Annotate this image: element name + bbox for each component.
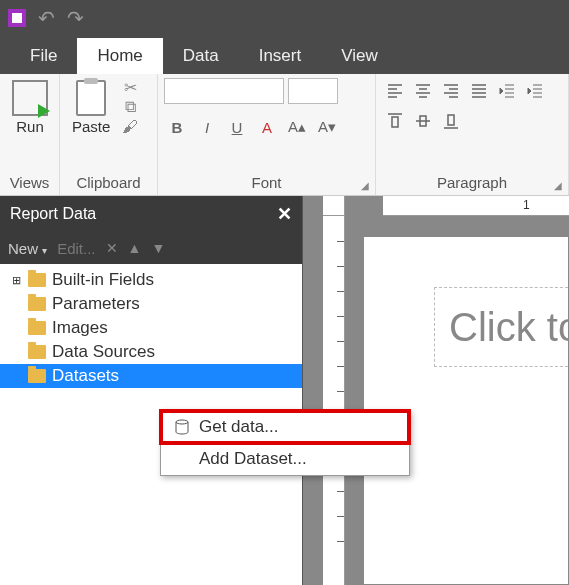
group-font-label: Font◢ <box>164 172 369 193</box>
tree-item-images[interactable]: Images <box>0 316 302 340</box>
run-label: Run <box>16 118 44 135</box>
copy-button[interactable]: ⧉ <box>120 98 140 116</box>
panel-toolbar: New ▾ Edit... ✕ ▲ ▼ <box>0 232 302 264</box>
group-views-label: Views <box>6 172 53 193</box>
group-paragraph: Paragraph◢ <box>376 74 569 195</box>
run-icon <box>12 80 48 116</box>
undo-button[interactable]: ↶ <box>38 6 55 30</box>
ribbon-tabs: File Home Data Insert View <box>0 36 569 74</box>
group-paragraph-label: Paragraph◢ <box>382 172 562 193</box>
decrease-indent-button[interactable] <box>494 78 520 104</box>
folder-icon <box>28 273 46 287</box>
group-clipboard-label: Clipboard <box>66 172 151 193</box>
tree-item-datasets[interactable]: Datasets <box>0 364 302 388</box>
font-dialog-launcher[interactable]: ◢ <box>361 180 369 191</box>
tree-item-data-sources[interactable]: Data Sources <box>0 340 302 364</box>
tree-label: Built-in Fields <box>52 270 154 290</box>
redo-button[interactable]: ↷ <box>67 6 84 30</box>
paste-label: Paste <box>72 118 110 135</box>
title-placeholder: Click to <box>449 305 569 350</box>
folder-icon <box>28 297 46 311</box>
svg-point-0 <box>176 420 188 424</box>
tree-label: Data Sources <box>52 342 155 362</box>
font-family-select[interactable] <box>164 78 284 104</box>
align-middle-button[interactable] <box>410 108 436 134</box>
expand-icon[interactable]: ⊞ <box>10 274 22 287</box>
grow-font-button[interactable]: A▴ <box>284 114 310 140</box>
folder-icon <box>28 369 46 383</box>
tab-home[interactable]: Home <box>77 38 162 74</box>
database-icon <box>173 418 191 436</box>
font-size-select[interactable] <box>288 78 338 104</box>
tree-item-parameters[interactable]: Parameters <box>0 292 302 316</box>
italic-button[interactable]: I <box>194 114 220 140</box>
cut-button[interactable]: ✂ <box>120 78 140 96</box>
quick-access-toolbar: ↶ ↷ <box>0 0 569 36</box>
align-right-button[interactable] <box>438 78 464 104</box>
underline-button[interactable]: U <box>224 114 250 140</box>
paragraph-dialog-launcher[interactable]: ◢ <box>554 180 562 191</box>
tree-label: Images <box>52 318 108 338</box>
blank-icon <box>173 450 191 468</box>
panel-close-button[interactable]: ✕ <box>277 203 292 225</box>
paste-button[interactable]: Paste <box>66 78 116 137</box>
ruler-corner <box>323 196 345 216</box>
panel-delete-button[interactable]: ✕ <box>106 240 118 256</box>
ruler-mark: 1 <box>523 198 530 212</box>
menu-label: Get data... <box>199 417 278 437</box>
main-workspace: Report Data ✕ New ▾ Edit... ✕ ▲ ▼ ⊞ Buil… <box>0 196 569 585</box>
group-views: Run Views <box>0 74 60 195</box>
bold-button[interactable]: B <box>164 114 190 140</box>
save-button[interactable] <box>8 9 26 27</box>
panel-moveup-button[interactable]: ▲ <box>128 240 142 256</box>
ruler-vertical <box>323 216 345 585</box>
tree-label: Datasets <box>52 366 119 386</box>
folder-icon <box>28 345 46 359</box>
context-menu: Get data... Add Dataset... <box>160 410 410 476</box>
group-font: B I U A A▴ A▾ Font◢ <box>158 74 376 195</box>
align-left-button[interactable] <box>382 78 408 104</box>
tab-file[interactable]: File <box>10 38 77 74</box>
folder-icon <box>28 321 46 335</box>
align-center-button[interactable] <box>410 78 436 104</box>
group-clipboard: Paste ✂ ⧉ 🖌 Clipboard <box>60 74 158 195</box>
tab-view[interactable]: View <box>321 38 398 74</box>
justify-button[interactable] <box>466 78 492 104</box>
title-textbox[interactable]: Click to <box>434 287 569 367</box>
paste-icon <box>76 80 106 116</box>
run-button[interactable]: Run <box>6 78 54 137</box>
design-canvas[interactable]: 1 Click to <box>303 196 569 585</box>
panel-header: Report Data ✕ <box>0 196 302 232</box>
panel-edit-button: Edit... <box>57 240 95 257</box>
tab-data[interactable]: Data <box>163 38 239 74</box>
font-color-button[interactable]: A <box>254 114 280 140</box>
panel-new-button[interactable]: New ▾ <box>8 240 47 257</box>
report-data-panel: Report Data ✕ New ▾ Edit... ✕ ▲ ▼ ⊞ Buil… <box>0 196 303 585</box>
tree-item-builtin-fields[interactable]: ⊞ Built-in Fields <box>0 268 302 292</box>
ruler-horizontal: 1 <box>383 196 569 216</box>
shrink-font-button[interactable]: A▾ <box>314 114 340 140</box>
panel-movedown-button[interactable]: ▼ <box>151 240 165 256</box>
increase-indent-button[interactable] <box>522 78 548 104</box>
tab-insert[interactable]: Insert <box>239 38 322 74</box>
align-bottom-button[interactable] <box>438 108 464 134</box>
format-painter-button[interactable]: 🖌 <box>120 118 140 136</box>
ribbon: Run Views Paste ✂ ⧉ 🖌 Clipboard <box>0 74 569 196</box>
menu-item-add-dataset[interactable]: Add Dataset... <box>161 443 409 475</box>
tree-label: Parameters <box>52 294 140 314</box>
align-top-button[interactable] <box>382 108 408 134</box>
panel-title-text: Report Data <box>10 205 96 223</box>
menu-item-get-data[interactable]: Get data... <box>161 411 409 443</box>
menu-label: Add Dataset... <box>199 449 307 469</box>
